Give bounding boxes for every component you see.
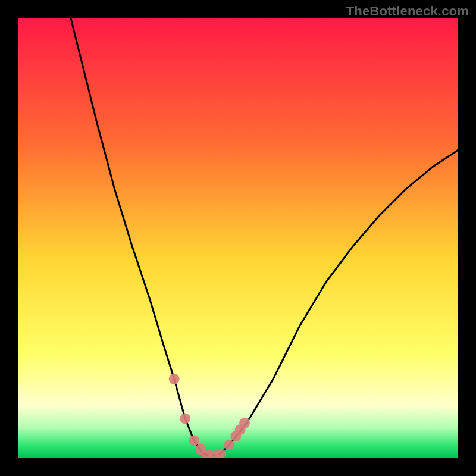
watermark-label: TheBottleneck.com bbox=[346, 4, 469, 19]
gradient-background bbox=[18, 18, 458, 458]
data-marker bbox=[189, 435, 199, 446]
data-marker bbox=[169, 374, 180, 384]
chart-svg bbox=[18, 18, 458, 458]
data-marker bbox=[239, 418, 250, 428]
plot-area bbox=[18, 18, 458, 458]
data-marker bbox=[224, 440, 234, 450]
chart-frame: TheBottleneck.com bbox=[0, 0, 476, 476]
data-marker bbox=[180, 413, 190, 424]
